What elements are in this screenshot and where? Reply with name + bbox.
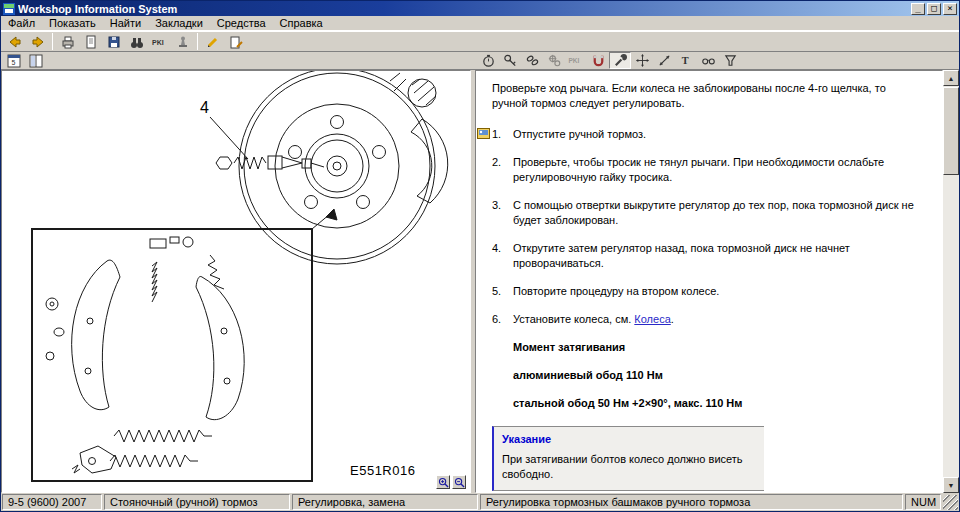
step-number: 5. xyxy=(492,284,513,299)
key-icon[interactable] xyxy=(499,52,521,69)
toolbar-separator xyxy=(52,33,53,50)
step-5: 5. Повторите процедуру на втором колесе. xyxy=(492,284,924,299)
new-note-icon[interactable] xyxy=(224,32,247,51)
maximize-button[interactable]: □ xyxy=(927,3,941,15)
save-icon[interactable] xyxy=(102,32,125,51)
main-area: 4 E551R016 Проверьте ход рычага. Если ко… xyxy=(1,70,959,493)
filter-funnel-icon[interactable] xyxy=(719,52,741,69)
svg-text:T: T xyxy=(681,55,688,66)
step-number: 2. xyxy=(492,155,513,185)
step-6: 6. Установите колеса, см. Колеса. Момент… xyxy=(492,312,924,411)
svg-text:5: 5 xyxy=(12,59,16,66)
main-toolbar: PKI xyxy=(1,31,959,52)
hatch-marks xyxy=(390,73,436,107)
page-icon[interactable] xyxy=(79,32,102,51)
callout-4[interactable]: 4 xyxy=(200,99,209,116)
torque-line-aluminium: алюминиевый обод 110 Нм xyxy=(513,368,924,383)
menu-view[interactable]: Показать xyxy=(42,16,103,30)
step-number: 6. xyxy=(492,312,513,411)
procedure-document: Проверьте ход рычага. Если колеса не заб… xyxy=(476,71,942,493)
status-model: 9-5 (9600) 2007 xyxy=(2,494,102,510)
svg-text:PKI: PKI xyxy=(569,57,580,64)
app-window: Workshop Information System _ □ × Файл П… xyxy=(0,0,960,512)
step-1: 1. Отпустите ручной тормоз. xyxy=(492,127,924,142)
illustration-pane: 4 E551R016 xyxy=(1,70,471,493)
resize-arrows-icon[interactable] xyxy=(653,52,675,69)
note-body: При затягивании болтов колесо должно вис… xyxy=(494,450,764,490)
scroll-down-icon[interactable]: ▼ xyxy=(943,477,959,493)
pki-icon[interactable]: PKI xyxy=(148,32,171,51)
status-topic: Регулировка тормозных башмаков ручного т… xyxy=(480,494,903,510)
step-text: С помощью отвертки выкрутите регулятор д… xyxy=(513,198,924,228)
split-view-icon[interactable] xyxy=(25,52,47,69)
status-num-lock: NUM xyxy=(905,494,941,510)
window-title: Workshop Information System xyxy=(18,3,909,15)
zoom-in-icon[interactable] xyxy=(436,475,450,489)
step-3: 3. С помощью отвертки выкрутите регулято… xyxy=(492,198,924,228)
menu-bookmarks[interactable]: Закладки xyxy=(148,16,210,30)
print-icon[interactable] xyxy=(56,32,79,51)
eyeglasses-icon[interactable] xyxy=(697,52,719,69)
menu-help[interactable]: Справка xyxy=(273,16,330,30)
step-2: 2. Проверьте, чтобы тросик не тянул рыча… xyxy=(492,155,924,185)
highlighter-pencil-icon[interactable] xyxy=(201,32,224,51)
view-toolbar: 5 PKI xyxy=(1,52,959,70)
inset-box xyxy=(32,229,312,481)
step-text: Повторите процедуру на втором колесе. xyxy=(513,284,924,299)
figure-link-icon[interactable] xyxy=(477,128,490,139)
step-number: 3. xyxy=(492,198,513,228)
search-binoculars-icon[interactable] xyxy=(125,32,148,51)
resize-grip[interactable] xyxy=(943,495,958,510)
left-view-toolbar: 5 xyxy=(1,52,473,69)
pki-gray-icon[interactable]: PKI xyxy=(565,52,587,69)
menu-find[interactable]: Найти xyxy=(103,16,148,30)
menu-tools[interactable]: Средства xyxy=(210,16,273,30)
step-text: Отпустите ручной тормоз. xyxy=(513,127,924,142)
torque-title: Момент затягивания xyxy=(513,340,924,355)
stamp-icon[interactable] xyxy=(171,32,194,51)
status-section: Стояночный (ручной) тормоз xyxy=(104,494,290,510)
note-box: Указание При затягивании болтов колесо д… xyxy=(492,426,764,491)
intro-paragraph: Проверьте ход рычага. Если колеса не заб… xyxy=(492,81,924,111)
minimize-button[interactable]: _ xyxy=(911,3,925,15)
move-icon[interactable] xyxy=(631,52,653,69)
zoom-controls xyxy=(436,475,466,489)
toolbar-separator xyxy=(197,33,198,50)
wrench-icon[interactable] xyxy=(609,52,631,69)
title-bar: Workshop Information System _ □ × xyxy=(1,1,959,16)
status-bar: 9-5 (9600) 2007 Стояночный (ручной) торм… xyxy=(1,493,959,511)
step-text-before: Установите колеса, см. xyxy=(513,313,634,325)
note-title: Указание xyxy=(494,427,764,450)
right-view-toolbar: PKI T xyxy=(473,52,741,69)
step-text-after: . xyxy=(671,313,674,325)
torque-line-steel: стальной обод 50 Нм +2×90°, макс. 110 Нм xyxy=(513,396,924,411)
procedure-pane: Проверьте ход рычага. Если колеса не заб… xyxy=(475,70,943,493)
vertical-scrollbar: ▲ ▼ xyxy=(943,70,959,493)
text-size-icon[interactable]: T xyxy=(675,52,697,69)
menu-bar: Файл Показать Найти Закладки Средства Сп… xyxy=(1,16,959,31)
close-button[interactable]: × xyxy=(943,3,957,15)
step-text: Проверьте, чтобы тросик не тянул рычаги.… xyxy=(513,155,924,185)
step-text: Открутите затем регулятор назад, пока то… xyxy=(513,241,924,271)
status-subsection: Регулировка, замена xyxy=(292,494,478,510)
chain-links-icon[interactable] xyxy=(521,52,543,69)
svg-text:PKI: PKI xyxy=(152,39,164,46)
back-icon[interactable] xyxy=(3,32,26,51)
brake-assembly-drawing: 4 E551R016 xyxy=(2,71,470,492)
scrollbar-thumb[interactable] xyxy=(943,87,959,175)
gears-icon[interactable] xyxy=(543,52,565,69)
step-text: Установите колеса, см. Колеса. Момент за… xyxy=(513,312,924,411)
app-icon xyxy=(3,3,15,15)
menu-file[interactable]: Файл xyxy=(1,16,42,30)
step-number: 4. xyxy=(492,241,513,271)
magnet-icon[interactable] xyxy=(587,52,609,69)
step-4: 4. Открутите затем регулятор назад, пока… xyxy=(492,241,924,271)
figure-code: E551R016 xyxy=(350,463,415,478)
forward-icon[interactable] xyxy=(26,32,49,51)
step-number: 1. xyxy=(492,127,513,142)
zoom-out-icon[interactable] xyxy=(452,475,466,489)
stopwatch-icon[interactable] xyxy=(477,52,499,69)
page-thumbnail-icon[interactable]: 5 xyxy=(3,52,25,69)
wheels-link[interactable]: Колеса xyxy=(634,313,670,325)
scroll-up-icon[interactable]: ▲ xyxy=(943,70,959,86)
